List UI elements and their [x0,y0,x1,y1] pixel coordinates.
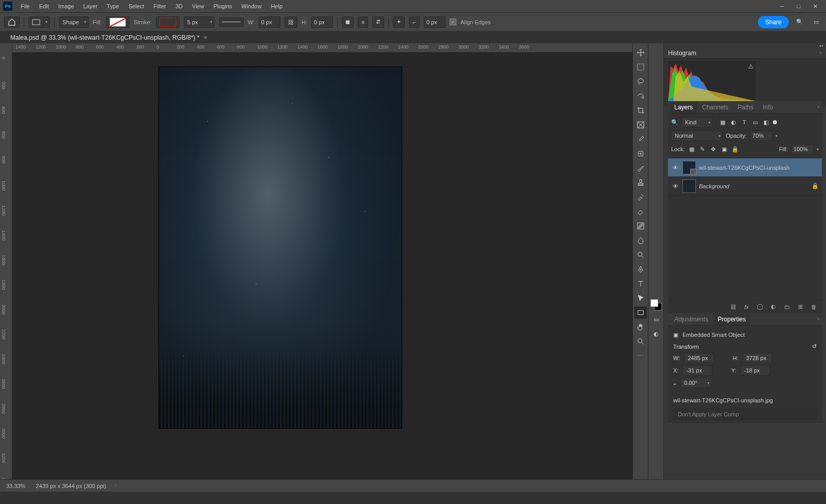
path-arrange-button[interactable]: ⇵ [372,17,384,28]
blend-mode-dropdown[interactable]: Normal [671,131,723,141]
stroke-style-dropdown[interactable] [219,18,244,27]
layer-lock-icon[interactable]: 🔒 [812,183,819,189]
lock-artboard-icon[interactable]: ▣ [720,145,728,153]
menu-filter[interactable]: Filter [149,2,170,11]
path-align-button[interactable]: ≡ [358,17,368,28]
layer-comp-dropdown[interactable]: Don't Apply Layer Comp [673,409,817,420]
radius-field[interactable]: 0 px [424,17,446,28]
crop-tool-icon[interactable] [634,104,647,117]
window-maximize[interactable]: □ [791,1,806,11]
align-edges-checkbox[interactable]: ✓ [450,19,456,25]
menu-edit[interactable]: Edit [35,2,53,11]
filter-toggle-icon[interactable] [773,120,777,124]
path-ops-button[interactable]: ◼ [342,17,354,28]
document-dimensions[interactable]: 2439 px x 3644 px (300 ppi) [34,482,108,490]
edit-toolbar-icon[interactable]: ⋯ [634,350,647,362]
layer-thumbnail[interactable] [682,161,696,174]
window-minimize[interactable]: ─ [774,1,790,11]
filter-type-icon[interactable]: T [740,119,748,126]
home-button[interactable] [4,17,20,28]
mask-icon[interactable]: ◯ [756,303,764,311]
canvas[interactable] [12,53,632,492]
foreground-background-swatch[interactable] [650,299,662,311]
props-x-field[interactable]: -31 px [682,365,712,376]
menu-image[interactable]: Image [54,2,78,11]
pen-tool-icon[interactable] [634,263,647,275]
menu-file[interactable]: File [17,2,34,11]
menu-select[interactable]: Select [124,2,149,11]
delete-layer-icon[interactable]: 🗑 [809,303,818,311]
opacity-field[interactable]: 70% [750,131,772,141]
histogram-menu-icon[interactable]: ≡ [819,51,822,55]
rectangle-tool-icon[interactable] [634,306,647,319]
histogram-header[interactable]: Histogram ≡ [664,47,826,59]
group-icon[interactable]: 🗀 [783,303,791,311]
zoom-level[interactable]: 33.33% [4,482,27,490]
filter-pixel-icon[interactable]: ▦ [719,119,726,126]
tab-channels[interactable]: Channels [698,102,733,113]
lock-pos-icon[interactable]: ✥ [709,145,717,153]
collapse-dock-icon[interactable]: ◂◂ [819,43,823,47]
fx-icon[interactable]: fx [742,303,751,311]
zoom-tool-icon[interactable] [634,335,647,348]
props-y-field[interactable]: -18 px [740,365,770,376]
move-tool-icon[interactable] [634,46,647,59]
width-field[interactable]: 0 px [259,17,280,28]
tab-properties[interactable]: Properties [713,314,750,325]
tab-layers[interactable]: Layers [670,102,697,113]
layer-filter-kind[interactable]: Kind [681,117,712,127]
healing-tool-icon[interactable] [634,148,647,160]
menu-window[interactable]: Window [237,2,266,11]
new-layer-icon[interactable]: ⊞ [796,303,804,311]
menu-view[interactable]: View [188,2,209,11]
tab-adjustments[interactable]: Adjustments [670,314,712,325]
stroke-swatch[interactable] [156,17,180,28]
eyedropper-tool-icon[interactable] [634,133,647,145]
layer-row[interactable]: 👁 wil-stewart-T26KCgCPsCI-unsplash [668,158,822,177]
lock-paint-icon[interactable]: ✎ [698,145,706,153]
document-tab[interactable]: Malea.psd @ 33.3% (wil-stewart-T26KCgCPs… [5,31,212,43]
filter-shape-icon[interactable]: ▭ [751,119,759,126]
workspace-switcher-icon[interactable]: ▭ [811,17,822,28]
properties-panel-menu-icon[interactable]: ≡ [817,317,820,321]
hand-tool-icon[interactable] [634,321,647,333]
quick-mask-icon[interactable]: ◐ [650,328,662,340]
blur-tool-icon[interactable] [634,234,647,247]
filter-adjust-icon[interactable]: ◐ [729,119,737,126]
stroke-width-dropdown[interactable]: 5 px [184,17,215,28]
share-button[interactable]: Share [758,16,789,28]
histogram-warning-icon[interactable]: ⚠ [748,63,754,70]
layer-thumbnail[interactable] [682,180,696,193]
reset-transform-icon[interactable]: ↺ [812,343,817,350]
menu-plugins[interactable]: Plugins [209,2,236,11]
menu-help[interactable]: Help [267,2,287,11]
screen-mode-icon[interactable]: ▭ [650,313,662,326]
shape-settings-button[interactable]: ✦ [393,17,405,28]
props-h-field[interactable]: 3728 px [742,353,772,363]
shape-mode-dropdown[interactable]: Shape [59,17,89,28]
menu-layer[interactable]: Layer [79,2,102,11]
document-tab-close[interactable]: × [203,34,207,41]
tab-info[interactable]: Info [758,102,777,113]
quick-select-tool-icon[interactable] [634,90,647,102]
link-wh-button[interactable]: ⛓ [284,17,297,28]
layer-row[interactable]: 👁 Background 🔒 [668,177,822,196]
stamp-tool-icon[interactable] [634,176,647,189]
frame-tool-icon[interactable] [634,119,647,131]
menu-type[interactable]: Type [103,2,123,11]
link-layers-icon[interactable]: ⛓ [729,303,737,311]
layer-visibility-icon[interactable]: 👁 [671,165,679,171]
marquee-tool-icon[interactable] [634,61,647,73]
lasso-tool-icon[interactable] [634,75,647,88]
adjustment-icon[interactable]: ◐ [769,303,777,311]
fill-swatch[interactable] [106,17,130,28]
layer-visibility-icon[interactable]: 👁 [671,183,679,189]
lock-trans-icon[interactable]: ▦ [688,145,695,153]
props-angle-field[interactable]: 0.00° [680,378,711,388]
path-select-tool-icon[interactable] [634,292,647,304]
lock-all-icon[interactable]: 🔒 [731,145,739,153]
type-tool-icon[interactable] [634,278,647,290]
history-brush-tool-icon[interactable] [634,191,647,203]
eraser-tool-icon[interactable] [634,205,647,218]
dodge-tool-icon[interactable] [634,249,647,261]
